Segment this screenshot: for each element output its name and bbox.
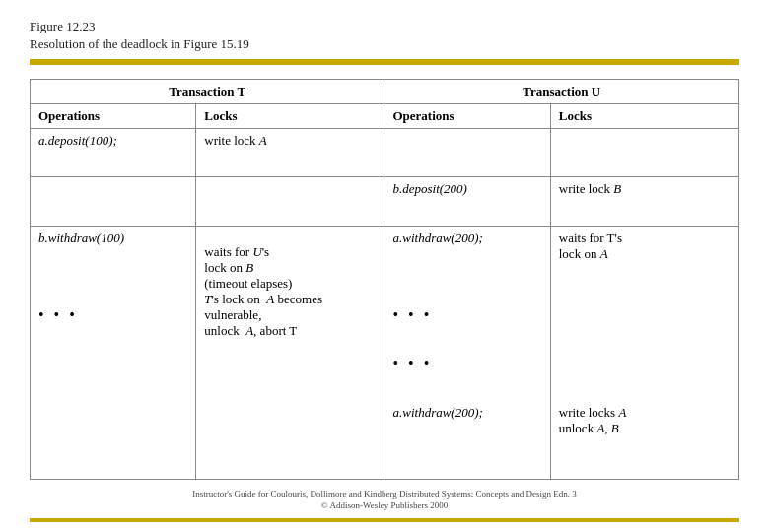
title-line1: Figure 12.23 — [30, 18, 739, 35]
cell-ops-u-3: a.withdraw(200); — [384, 226, 550, 304]
cell-locks-t-1: write lock A — [196, 129, 384, 177]
table-row: b.deposit(200) write lock B — [31, 177, 739, 226]
col-locks-u-header: Locks — [550, 104, 738, 129]
table-row: • • • — [31, 351, 739, 401]
cell-locks-t-multirow: waits for U's lock on B (timeout elapses… — [196, 226, 384, 479]
cell-locks-t-2 — [196, 177, 384, 226]
cell-locks-u-2: write lock B — [550, 177, 738, 226]
title-line2: Resolution of the deadlock in Figure 15.… — [30, 35, 739, 53]
cell-locks-u-1 — [550, 129, 738, 177]
cell-ops-t-3: b.withdraw(100) — [31, 226, 196, 304]
cell-ops-u-6: a.withdraw(200); — [384, 401, 550, 480]
transaction-t-header: Transaction T — [31, 80, 384, 104]
cell-locks-u-3: waits for T'slock on A — [550, 226, 738, 304]
col-ops-u-header: Operations — [384, 104, 550, 129]
cell-locks-u-4 — [550, 304, 738, 351]
bottom-gold-bar — [30, 518, 739, 522]
table-row: b.withdraw(100) waits for U's lock on B … — [31, 226, 739, 304]
deadlock-table: Transaction T Transaction U Operations L… — [30, 79, 739, 479]
table-row: a.withdraw(200); write locks Aunlock A, … — [31, 401, 739, 480]
cell-locks-u-5 — [550, 351, 738, 401]
col-locks-t-header: Locks — [196, 104, 384, 129]
table-row: a.deposit(100); write lock A — [31, 129, 739, 177]
transaction-u-header: Transaction U — [384, 80, 739, 104]
cell-ops-t-6 — [31, 401, 196, 480]
cell-ops-u-2: b.deposit(200) — [384, 177, 550, 226]
cell-ops-u-5: • • • — [384, 351, 550, 401]
cell-ops-u-1 — [384, 129, 550, 177]
cell-ops-t-5 — [31, 351, 196, 401]
footer-block: Instructor's Guide for Coulouris, Dollim… — [30, 488, 739, 512]
cell-ops-t-1: a.deposit(100); — [31, 129, 196, 177]
cell-ops-u-4: • • • — [384, 304, 550, 351]
cell-locks-u-6: write locks Aunlock A, B — [550, 401, 738, 480]
footer-line1: Instructor's Guide for Coulouris, Dollim… — [30, 488, 739, 500]
footer-line2: © Addison-Wesley Publishers 2000 — [30, 499, 739, 512]
col-ops-t-header: Operations — [31, 104, 196, 129]
table-row: • • • • • • — [31, 304, 739, 351]
cell-ops-t-2 — [31, 177, 196, 226]
top-gold-bar — [30, 59, 739, 65]
cell-ops-t-4: • • • — [31, 304, 196, 351]
